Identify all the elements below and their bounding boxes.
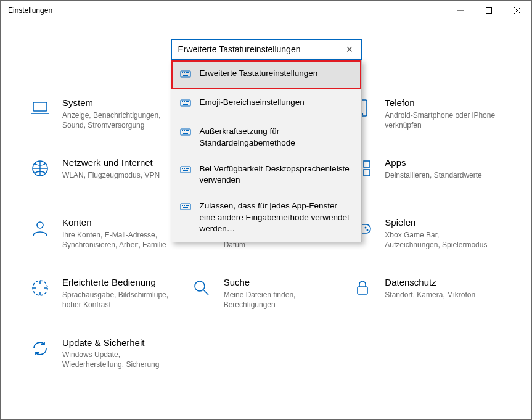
search-box[interactable]: ✕ — [171, 39, 362, 60]
search-result-label: Zulassen, dass für jedes App-Fenster ein… — [200, 200, 353, 234]
search-result-item[interactable]: Bei Verfügbarkeit Desktopsprachenleiste … — [171, 156, 361, 193]
keyboard-icon — [180, 165, 191, 178]
search-result-label: Außerkraftsetzung für Standardeingabemet… — [200, 126, 353, 148]
category-title: Telefon — [385, 97, 496, 109]
maximize-button[interactable] — [475, 1, 503, 20]
category-globe[interactable]: Netzwerk und InternetWLAN, Flugzeugmodus… — [29, 157, 184, 190]
privacy-icon — [351, 277, 374, 299]
accounts-icon — [29, 217, 51, 239]
keyboard-icon — [180, 98, 191, 111]
category-title: Update & Sicherheit — [62, 337, 173, 349]
minimize-button[interactable] — [446, 1, 475, 20]
category-laptop[interactable]: SystemAnzeige, Benachrichtigungen, Sound… — [29, 97, 184, 130]
category-description: Sprachausgabe, Bildschirmlupe, hoher Kon… — [62, 290, 173, 310]
search-icon — [190, 277, 213, 299]
category-description: Ihre Konten, E-Mail-Adresse, Synchronisi… — [62, 230, 173, 250]
update-icon — [29, 337, 51, 360]
category-access[interactable]: Erleichterte BedienungSprachausgabe, Bil… — [29, 277, 184, 310]
search-result-label: Bei Verfügbarkeit Desktopsprachenleiste … — [200, 163, 353, 186]
search-container: ✕ Erweiterte TastatureinstellungenEmoji-… — [171, 39, 362, 60]
category-accounts[interactable]: KontenIhre Konten, E-Mail-Adresse, Synch… — [29, 217, 184, 250]
category-description: Anzeige, Benachrichtigungen, Sound, Stro… — [62, 110, 173, 130]
close-button[interactable] — [503, 1, 531, 20]
category-title: Suche — [224, 277, 335, 289]
keyboard-icon — [180, 127, 191, 140]
category-title: Konten — [62, 217, 173, 229]
category-title: Spielen — [385, 217, 496, 229]
laptop-icon — [29, 97, 51, 120]
category-description: Windows Update, Wiederherstellung, Siche… — [62, 350, 173, 369]
category-description: Android-Smartphone oder iPhone verknüpfe… — [385, 110, 496, 130]
category-title: Erleichterte Bedienung — [62, 277, 173, 289]
search-result-label: Emoji-Bereichseinstellungen — [200, 97, 353, 108]
category-update[interactable]: Update & SicherheitWindows Update, Wiede… — [29, 337, 184, 370]
search-input[interactable] — [178, 44, 342, 54]
category-description: Xbox Game Bar, Aufzeichnungen, Spielermo… — [385, 230, 496, 250]
search-result-item[interactable]: Zulassen, dass für jedes App-Fenster ein… — [171, 193, 361, 242]
search-result-label: Erweiterte Tastatureinstellungen — [200, 68, 353, 79]
access-icon — [29, 277, 51, 299]
category-description: Meine Dateien finden, Berechtigungen — [224, 290, 335, 310]
category-title: Netzwerk und Internet — [62, 157, 160, 169]
search-result-item[interactable]: Erweiterte Tastatureinstellungen — [171, 60, 361, 89]
category-apps[interactable]: AppsDeinstallieren, Standardwerte — [351, 157, 507, 190]
category-description: Deinstallieren, Standardwerte — [385, 170, 481, 180]
category-description: WLAN, Flugzeugmodus, VPN — [62, 170, 160, 180]
category-privacy[interactable]: DatenschutzStandort, Kamera, Mikrofon — [351, 277, 507, 310]
category-description: Standort, Kamera, Mikrofon — [385, 290, 475, 300]
search-result-item[interactable]: Außerkraftsetzung für Standardeingabemet… — [171, 118, 361, 155]
window-controls — [446, 1, 531, 20]
clear-search-icon[interactable]: ✕ — [342, 44, 357, 54]
category-phone[interactable]: TelefonAndroid-Smartphone oder iPhone ve… — [351, 97, 507, 130]
keyboard-icon — [180, 202, 191, 215]
category-gaming[interactable]: SpielenXbox Game Bar, Aufzeichnungen, Sp… — [351, 217, 507, 250]
category-title: Datenschutz — [385, 277, 475, 289]
svg-rect-0 — [486, 8, 492, 14]
category-title: System — [62, 97, 173, 109]
titlebar: Einstellungen — [1, 1, 531, 20]
search-results-dropdown: Erweiterte TastatureinstellungenEmoji-Be… — [171, 60, 362, 242]
globe-icon — [29, 157, 51, 179]
keyboard-icon — [180, 69, 191, 82]
window-title: Einstellungen — [8, 6, 52, 15]
search-result-item[interactable]: Emoji-Bereichseinstellungen — [171, 89, 361, 118]
category-search[interactable]: SucheMeine Dateien finden, Berechtigunge… — [190, 277, 346, 310]
category-title: Apps — [385, 157, 481, 169]
